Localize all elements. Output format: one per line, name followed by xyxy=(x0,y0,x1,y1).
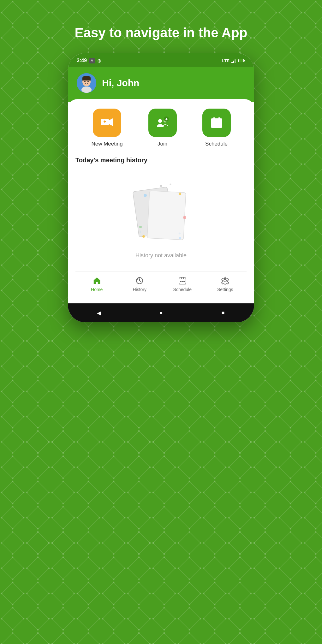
svg-rect-10 xyxy=(244,60,245,62)
new-meeting-icon-box xyxy=(93,109,121,137)
section-title: Today's meeting history xyxy=(75,157,247,164)
svg-point-42 xyxy=(144,194,147,197)
join-icon-box xyxy=(148,109,177,137)
greeting-text: Hi, John xyxy=(102,78,139,88)
svg-point-17 xyxy=(87,81,89,82)
svg-rect-33 xyxy=(218,117,220,120)
svg-rect-36 xyxy=(216,123,218,125)
svg-marker-8 xyxy=(235,59,236,63)
svg-rect-23 xyxy=(104,120,105,123)
android-recent[interactable]: ■ xyxy=(219,308,228,317)
action-row: New Meeting J xyxy=(75,109,247,147)
svg-rect-38 xyxy=(212,126,214,127)
svg-point-24 xyxy=(158,119,162,123)
svg-point-49 xyxy=(160,185,162,187)
svg-point-19 xyxy=(81,86,92,93)
svg-point-43 xyxy=(179,193,181,195)
svg-rect-60 xyxy=(183,281,185,282)
svg-rect-37 xyxy=(219,123,221,125)
settings-icon xyxy=(221,276,230,285)
phone-frame: 3:49 A ⊕ LTE xyxy=(68,53,254,322)
status-icon-circle: ⊕ xyxy=(97,58,101,64)
android-nav: ◀ ● ■ xyxy=(68,303,254,322)
avatar xyxy=(77,73,96,93)
svg-point-45 xyxy=(139,226,142,228)
signal-icon xyxy=(231,58,236,63)
nav-schedule-label: Schedule xyxy=(173,287,192,292)
nav-history-label: History xyxy=(133,287,146,292)
join-label: Join xyxy=(158,141,167,147)
svg-rect-55 xyxy=(181,277,182,279)
android-home[interactable]: ● xyxy=(157,308,165,317)
empty-state: + + History not available xyxy=(75,170,247,271)
schedule-icon-box xyxy=(202,109,231,137)
status-bar: 3:49 A ⊕ LTE xyxy=(68,53,254,67)
schedule-nav-icon xyxy=(178,276,187,285)
nav-schedule[interactable]: Schedule xyxy=(161,276,204,292)
svg-marker-21 xyxy=(109,118,113,126)
battery-icon xyxy=(238,59,245,63)
page-title: Easy to navigate in the App xyxy=(62,25,260,40)
svg-point-61 xyxy=(224,279,226,282)
nav-history[interactable]: History xyxy=(118,276,161,292)
svg-point-51 xyxy=(179,237,181,239)
svg-point-46 xyxy=(142,235,145,238)
history-icon xyxy=(135,276,144,285)
svg-rect-56 xyxy=(183,277,184,279)
svg-rect-15 xyxy=(82,78,91,80)
nav-settings-label: Settings xyxy=(217,287,233,292)
svg-rect-28 xyxy=(166,118,167,120)
svg-rect-58 xyxy=(180,281,182,282)
join-button[interactable]: Join xyxy=(148,109,177,147)
svg-rect-35 xyxy=(212,123,214,125)
svg-marker-6 xyxy=(231,62,233,63)
status-icon-a: A xyxy=(89,58,95,63)
new-meeting-button[interactable]: New Meeting xyxy=(91,109,122,147)
android-back[interactable]: ◀ xyxy=(94,308,103,317)
schedule-label: Schedule xyxy=(205,141,228,147)
lte-icon: LTE xyxy=(222,58,230,63)
svg-rect-31 xyxy=(211,120,222,122)
svg-point-44 xyxy=(183,216,186,219)
svg-rect-39 xyxy=(216,126,218,127)
empty-history-text: History not available xyxy=(135,252,187,259)
svg-point-50 xyxy=(170,184,171,185)
nav-settings[interactable]: Settings xyxy=(204,276,247,292)
empty-illustration: + + xyxy=(126,176,196,246)
svg-point-16 xyxy=(84,81,86,82)
status-time: 3:49 xyxy=(77,58,87,63)
svg-rect-59 xyxy=(182,281,183,282)
svg-rect-11 xyxy=(239,59,243,62)
new-meeting-label: New Meeting xyxy=(91,141,122,147)
svg-rect-32 xyxy=(213,117,215,120)
bottom-nav: Home History xyxy=(75,271,247,297)
nav-home[interactable]: Home xyxy=(75,276,118,292)
schedule-button[interactable]: Schedule xyxy=(202,109,231,147)
svg-text:+: + xyxy=(139,229,141,234)
svg-text:+: + xyxy=(178,230,181,236)
app-header: Hi, John xyxy=(68,67,254,102)
home-icon xyxy=(92,276,101,285)
app-content: New Meeting J xyxy=(68,99,254,303)
svg-marker-7 xyxy=(233,61,234,63)
nav-home-label: Home xyxy=(91,287,103,292)
